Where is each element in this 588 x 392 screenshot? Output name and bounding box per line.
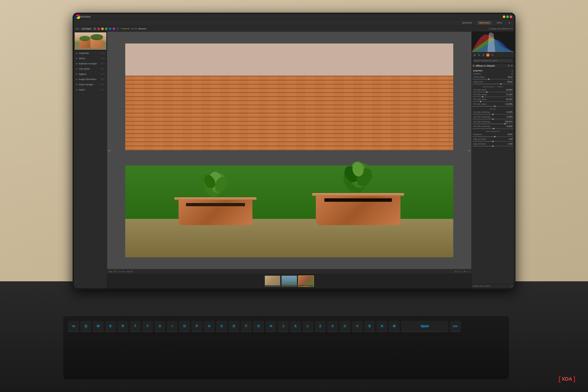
- panel-item-image-information[interactable]: ▶ image information ⊞ ↻: [74, 77, 107, 82]
- tagging-icon-2: ↻: [103, 73, 105, 75]
- filmstrip-thumb-1[interactable]: [264, 276, 280, 287]
- radius-span-label: radius span: [473, 81, 503, 83]
- color-circle-4[interactable]: [105, 28, 108, 30]
- panel-item-snapshots[interactable]: ▶ snapshots ⊞ ↻: [74, 50, 107, 56]
- sharpness-value: +6,6%: [503, 133, 512, 136]
- radius-span-handle[interactable]: [500, 83, 502, 84]
- color-circle-5[interactable]: [109, 28, 111, 30]
- module-reset-icon[interactable]: ↻: [508, 64, 510, 67]
- key-p: P: [191, 321, 202, 332]
- flag-icon[interactable]: ⚑: [464, 270, 466, 273]
- tab-darkroom[interactable]: darkroom: [477, 21, 492, 25]
- key-l: L: [302, 321, 314, 332]
- module-order-icon[interactable]: ⚙: [511, 285, 513, 287]
- 3rd-order-speed-slider[interactable]: [472, 101, 513, 102]
- edge-threshold-slider[interactable]: [472, 146, 513, 146]
- central-radius-value: 60 px: [503, 76, 512, 78]
- panel-item-export[interactable]: ▶ export ⊞ ↻: [74, 87, 107, 92]
- 3rd-anisotropy-handle[interactable]: [504, 123, 506, 124]
- histogram: [472, 32, 514, 52]
- tab-lighttable[interactable]: lighttable: [460, 21, 474, 25]
- edge-sensitivity-slider[interactable]: [472, 141, 513, 142]
- key-y: Y: [142, 321, 153, 332]
- panel-item-mask-manager[interactable]: ▶ mask manager ⊞ ↻: [74, 82, 107, 87]
- sharpness-slider[interactable]: [472, 136, 513, 137]
- properties-collapse[interactable]: }: [503, 70, 512, 72]
- 4th-anisotropy-label: 4th order anisotropy: [473, 125, 503, 128]
- module-presets-icon[interactable]: ▼: [511, 64, 513, 67]
- color-circle-6[interactable]: [112, 28, 115, 30]
- iterations-value[interactable]: 1: [503, 73, 512, 75]
- 4th-anisotropy-handle[interactable]: [493, 128, 494, 129]
- sharpness-handle[interactable]: [494, 136, 496, 137]
- 4th-order-speed-slider[interactable]: [472, 106, 513, 106]
- key-n: N: [376, 321, 388, 332]
- warning-icon[interactable]: ⚠: [470, 270, 472, 273]
- 2nd-order-speed-handle[interactable]: [482, 96, 483, 98]
- maximize-button[interactable]: [506, 16, 509, 18]
- image-viewport[interactable]: ◀: [107, 32, 472, 269]
- 1st-order-speed-label: 1st order speed: [473, 89, 503, 91]
- key-z: Z: [315, 321, 326, 332]
- exif-info: 1/60 · f/1.8 · 4.0 mm · ISO 25: [107, 270, 134, 273]
- panel-item-tagging[interactable]: ▶ tagging ⊞ ↻: [74, 72, 107, 77]
- 1st-anisotropy-slider[interactable]: [472, 114, 513, 115]
- star-filter[interactable]: ☆★★★★: [120, 28, 130, 30]
- module-group-active[interactable]: ●: [486, 53, 490, 57]
- sort-value[interactable]: filename: [138, 28, 146, 30]
- xda-bracket-right: ]: [573, 376, 575, 382]
- 1st-anisotropy-handle[interactable]: [492, 114, 494, 115]
- prop-properties-label: properties }: [472, 69, 513, 72]
- collapse-left-arrow[interactable]: ◀: [107, 148, 111, 153]
- thumbnail-image: [75, 32, 106, 50]
- 2nd-anisotropy-handle[interactable]: [492, 118, 494, 120]
- module-group-settings[interactable]: ⚙: [490, 53, 494, 57]
- 1st-order-speed-slider[interactable]: [472, 92, 513, 92]
- 2nd-anisotropy-slider[interactable]: [472, 119, 513, 120]
- minimize-button[interactable]: [503, 16, 505, 18]
- collapse-right-arrow[interactable]: ▶: [468, 148, 472, 153]
- module-search-input[interactable]: [473, 59, 513, 62]
- zoom-icon[interactable]: ⊕: [458, 270, 460, 273]
- darktable-application: darktable lighttable darkroom other ⚙ fi…: [74, 14, 514, 288]
- 4th-order-speed-handle[interactable]: [494, 106, 496, 107]
- module-group-3[interactable]: ⊕: [482, 53, 485, 57]
- filmstrip-thumb-3[interactable]: ★★★★: [298, 276, 314, 287]
- 2nd-anisotropy-value: +0,00%: [503, 116, 512, 118]
- filter-value[interactable]: all images: [81, 27, 92, 30]
- prop-1st-anisotropy: 1st order anisotropy +0,00%: [472, 110, 513, 114]
- central-radius-handle[interactable]: [488, 78, 490, 80]
- module-group-2[interactable]: ☰: [477, 53, 481, 57]
- share-icon[interactable]: ↗: [466, 270, 468, 273]
- color-circle-2[interactable]: [98, 28, 100, 30]
- sharpness-label: sharpness: [473, 133, 503, 136]
- export-arrow: ▶: [76, 88, 78, 91]
- info-icon[interactable]: ⓘ: [460, 270, 462, 273]
- close-button[interactable]: [510, 16, 512, 18]
- 3rd-order-speed-handle[interactable]: [480, 101, 481, 102]
- 2nd-order-speed-slider[interactable]: [472, 96, 513, 97]
- speed-section-title: speed (sharpen → diffuse): [472, 85, 513, 88]
- settings-icon[interactable]: ⚙: [508, 21, 511, 24]
- module-group-1[interactable]: ⊞: [473, 53, 476, 57]
- panel-item-color-picker[interactable]: ▶ color picker ⊞ ↻: [74, 66, 107, 72]
- central-radius-slider[interactable]: [472, 79, 513, 80]
- 4th-anisotropy-slider[interactable]: [472, 128, 513, 129]
- img-info-arrow: ▶: [76, 78, 78, 80]
- edge-sensitivity-handle[interactable]: [492, 141, 494, 142]
- prop-edge-sensitivity: edge sensitivity 0,00: [472, 138, 513, 141]
- radius-span-slider[interactable]: [472, 84, 513, 84]
- 1st-order-speed-handle[interactable]: [486, 92, 488, 93]
- panel-item-history[interactable]: ▶ history ⊞ ↻: [74, 56, 107, 61]
- color-circle-3[interactable]: [101, 28, 104, 30]
- 1st-anisotropy-label: 1st order anisotropy: [473, 111, 503, 113]
- 3rd-anisotropy-slider[interactable]: [472, 124, 513, 124]
- tab-other[interactable]: other: [495, 21, 504, 25]
- edge-threshold-handle[interactable]: [492, 146, 494, 147]
- 4th-order-speed-label: 4th order speed: [473, 103, 503, 105]
- color-circle-7[interactable]: [116, 28, 119, 30]
- panel-item-duplicate-manager[interactable]: ▶ duplicate manager ⊞ ↻: [74, 61, 107, 66]
- color-circle-1[interactable]: [94, 28, 96, 30]
- edge-threshold-fill: [472, 146, 493, 146]
- grid-icon[interactable]: ⊞: [455, 270, 456, 273]
